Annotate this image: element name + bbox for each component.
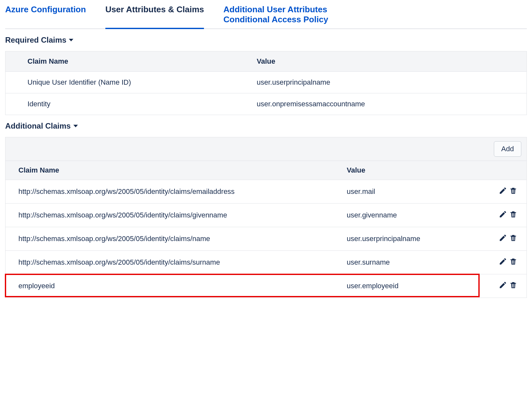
- claim-value-cell: user.employeeid: [334, 274, 482, 298]
- additional-claims-addbar: Add: [5, 137, 527, 161]
- edit-icon[interactable]: [499, 281, 507, 289]
- tab-bar: Azure Configuration User Attributes & Cl…: [5, 3, 527, 29]
- delete-icon[interactable]: [509, 210, 517, 218]
- table-row: http://schemas.xmlsoap.org/ws/2005/05/id…: [5, 204, 527, 227]
- additional-col-claim-name: Claim Name: [5, 161, 334, 180]
- edit-icon[interactable]: [499, 186, 507, 195]
- claim-name-cell: http://schemas.xmlsoap.org/ws/2005/05/id…: [5, 251, 334, 274]
- delete-icon[interactable]: [509, 186, 517, 195]
- caret-down-icon: [69, 39, 73, 41]
- additional-col-value: Value: [334, 161, 482, 180]
- table-row: employeeiduser.employeeid: [5, 274, 527, 298]
- delete-icon[interactable]: [509, 234, 517, 242]
- tab-additional-user-attributes[interactable]: Additional User Attributes: [223, 3, 328, 15]
- claim-name-cell: employeeid: [5, 274, 334, 298]
- claim-name-cell: http://schemas.xmlsoap.org/ws/2005/05/id…: [5, 180, 334, 204]
- claim-value-cell: user.mail: [334, 180, 482, 204]
- claim-value-cell: user.surname: [334, 251, 482, 274]
- edit-icon[interactable]: [499, 210, 507, 218]
- claim-name-cell: Identity: [5, 93, 235, 115]
- required-claims-toggle[interactable]: Required Claims: [5, 36, 527, 45]
- tab-conditional-access-policy[interactable]: Conditional Access Policy: [223, 15, 328, 28]
- claim-name-cell: http://schemas.xmlsoap.org/ws/2005/05/id…: [5, 227, 334, 251]
- table-row: Identityuser.onpremisessamaccountname: [5, 93, 527, 115]
- table-row: http://schemas.xmlsoap.org/ws/2005/05/id…: [5, 227, 527, 251]
- edit-icon[interactable]: [499, 257, 507, 266]
- tab-azure-configuration[interactable]: Azure Configuration: [5, 3, 86, 28]
- claim-value-cell: user.userprincipalname: [235, 72, 527, 93]
- table-row: Unique User Identifier (Name ID)user.use…: [5, 72, 527, 93]
- additional-claims-label: Additional Claims: [5, 121, 71, 131]
- caret-down-icon: [73, 125, 78, 127]
- claim-value-cell: user.userprincipalname: [334, 227, 482, 251]
- delete-icon[interactable]: [509, 281, 517, 289]
- claim-name-cell: Unique User Identifier (Name ID): [5, 72, 235, 93]
- required-claims-label: Required Claims: [5, 36, 66, 45]
- edit-icon[interactable]: [499, 234, 507, 242]
- additional-claims-table: Claim Name Value http://schemas.xmlsoap.…: [5, 161, 527, 298]
- tab-user-attributes-claims[interactable]: User Attributes & Claims: [105, 3, 204, 29]
- required-col-claim-name: Claim Name: [5, 51, 235, 72]
- claim-value-cell: user.onpremisessamaccountname: [235, 93, 527, 115]
- required-col-value: Value: [235, 51, 527, 72]
- claim-value-cell: user.givenname: [334, 204, 482, 227]
- claim-name-cell: http://schemas.xmlsoap.org/ws/2005/05/id…: [5, 204, 334, 227]
- additional-claims-toggle[interactable]: Additional Claims: [5, 121, 527, 131]
- table-row: http://schemas.xmlsoap.org/ws/2005/05/id…: [5, 180, 527, 204]
- table-row: http://schemas.xmlsoap.org/ws/2005/05/id…: [5, 251, 527, 274]
- add-button[interactable]: Add: [494, 141, 521, 157]
- required-claims-table: Claim Name Value Unique User Identifier …: [5, 51, 527, 115]
- delete-icon[interactable]: [509, 257, 517, 266]
